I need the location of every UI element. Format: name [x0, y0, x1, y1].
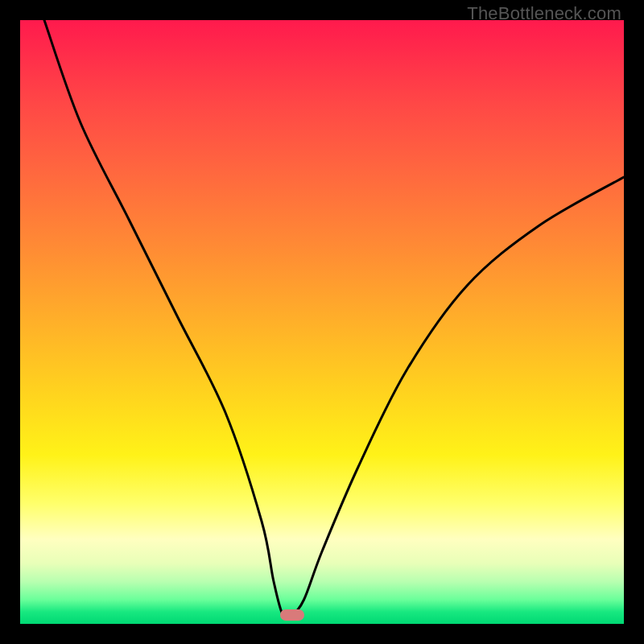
bottleneck-curve: [20, 20, 624, 624]
optimal-point-marker: [280, 609, 304, 621]
chart-frame: [20, 20, 624, 624]
